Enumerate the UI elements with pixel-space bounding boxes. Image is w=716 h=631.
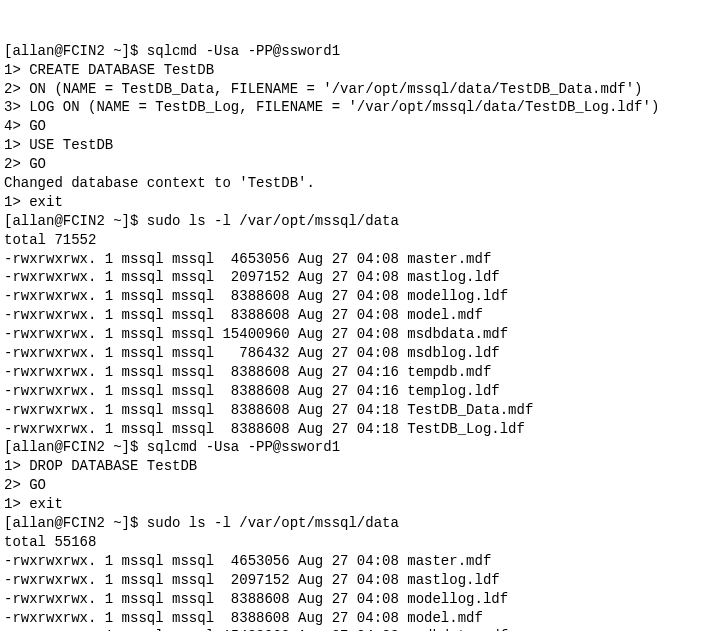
terminal-line: -rwxrwxrwx. 1 mssql mssql 8388608 Aug 27…	[4, 609, 712, 628]
terminal-line: -rwxrwxrwx. 1 mssql mssql 4653056 Aug 27…	[4, 250, 712, 269]
terminal-line: [allan@FCIN2 ~]$ sqlcmd -Usa -PP@ssword1	[4, 438, 712, 457]
terminal-line: 1> DROP DATABASE TestDB	[4, 457, 712, 476]
terminal-output: [allan@FCIN2 ~]$ sqlcmd -Usa -PP@ssword1…	[4, 42, 712, 631]
terminal-line: 1> exit	[4, 193, 712, 212]
terminal-line: total 71552	[4, 231, 712, 250]
terminal-line: -rwxrwxrwx. 1 mssql mssql 2097152 Aug 27…	[4, 268, 712, 287]
terminal-line: 4> GO	[4, 117, 712, 136]
terminal-line: 2> GO	[4, 155, 712, 174]
terminal-line: -rwxrwxrwx. 1 mssql mssql 15400960 Aug 2…	[4, 325, 712, 344]
terminal-line: 1> USE TestDB	[4, 136, 712, 155]
terminal-line: 3> LOG ON (NAME = TestDB_Log, FILENAME =…	[4, 98, 712, 117]
terminal-line: [allan@FCIN2 ~]$ sudo ls -l /var/opt/mss…	[4, 212, 712, 231]
terminal-line: [allan@FCIN2 ~]$ sqlcmd -Usa -PP@ssword1	[4, 42, 712, 61]
terminal-line: -rwxrwxrwx. 1 mssql mssql 8388608 Aug 27…	[4, 401, 712, 420]
terminal-line: -rwxrwxrwx. 1 mssql mssql 8388608 Aug 27…	[4, 287, 712, 306]
terminal-line: -rwxrwxrwx. 1 mssql mssql 15400960 Aug 2…	[4, 627, 712, 631]
terminal-line: -rwxrwxrwx. 1 mssql mssql 8388608 Aug 27…	[4, 420, 712, 439]
terminal-line: Changed database context to 'TestDB'.	[4, 174, 712, 193]
terminal-line: -rwxrwxrwx. 1 mssql mssql 2097152 Aug 27…	[4, 571, 712, 590]
terminal-line: -rwxrwxrwx. 1 mssql mssql 4653056 Aug 27…	[4, 552, 712, 571]
terminal-line: 1> exit	[4, 495, 712, 514]
terminal-line: -rwxrwxrwx. 1 mssql mssql 8388608 Aug 27…	[4, 363, 712, 382]
terminal-line: 2> GO	[4, 476, 712, 495]
terminal-line: 2> ON (NAME = TestDB_Data, FILENAME = '/…	[4, 80, 712, 99]
terminal-line: -rwxrwxrwx. 1 mssql mssql 786432 Aug 27 …	[4, 344, 712, 363]
terminal-line: 1> CREATE DATABASE TestDB	[4, 61, 712, 80]
terminal-line: [allan@FCIN2 ~]$ sudo ls -l /var/opt/mss…	[4, 514, 712, 533]
terminal-line: -rwxrwxrwx. 1 mssql mssql 8388608 Aug 27…	[4, 590, 712, 609]
terminal-line: total 55168	[4, 533, 712, 552]
terminal-line: -rwxrwxrwx. 1 mssql mssql 8388608 Aug 27…	[4, 306, 712, 325]
terminal-line: -rwxrwxrwx. 1 mssql mssql 8388608 Aug 27…	[4, 382, 712, 401]
